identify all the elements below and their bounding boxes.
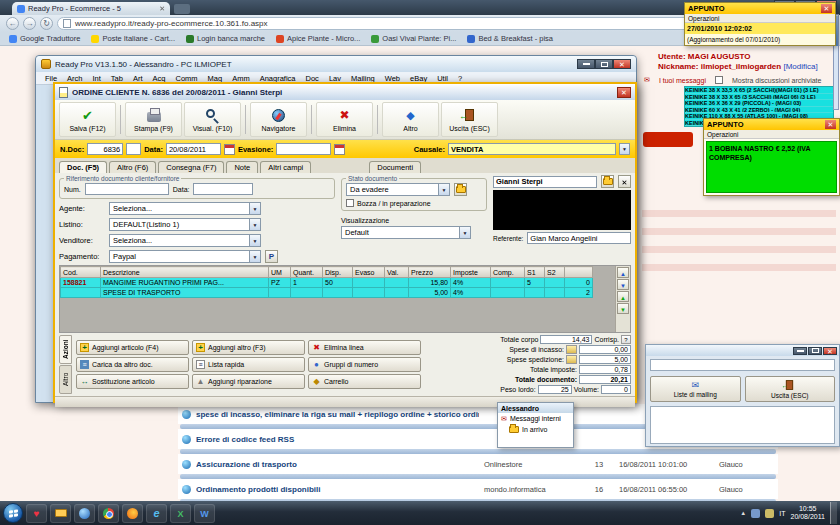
calendar-icon[interactable] [334,144,345,155]
tab-altro-vertical[interactable]: Altro [59,365,72,394]
help-button[interactable]: ? [621,335,631,344]
topic-title[interactable]: spese di incasso, eliminare la riga su m… [196,410,479,419]
date-field[interactable]: 20/08/2011 [166,143,221,155]
tab-azioni[interactable]: Azioni [59,335,72,364]
tab-altro[interactable]: Altro (F6) [109,161,156,173]
number-groups-button[interactable]: Gruppi di numero [308,357,421,372]
table-row[interactable]: 158821MANGIME RUGANTINO PRIMI PAG...PZ15… [61,278,593,288]
num-field[interactable] [85,183,169,195]
spese-spedizione-field[interactable]: 5,00 [579,355,631,364]
messages-panel-title[interactable]: Alessandro [498,403,573,413]
delete-line-button[interactable]: Elimina linea [308,340,421,355]
customer-folder-button[interactable] [601,175,614,188]
save-button[interactable]: Salva (F12) [59,102,116,137]
topic-title[interactable]: Assicurazione di trasporto [196,460,479,469]
doc-suffix-field[interactable] [126,143,141,155]
ndoc-field[interactable]: 6836 [87,143,123,155]
start-button[interactable] [3,503,23,523]
internal-messages-item[interactable]: Messaggi interni [498,413,573,424]
table-row[interactable]: SPESE DI TRASPORTO5,004%2 [61,288,593,298]
close-button[interactable] [821,4,832,13]
scroll-up-button[interactable] [617,291,629,302]
mailing-list-area[interactable] [650,406,835,444]
topic-title[interactable]: Ordinamento prodotti disponibili [196,485,479,494]
mailing-search-field[interactable] [650,359,835,371]
topic-title[interactable]: Errore di codice feed RSS [196,435,479,444]
close-button[interactable] [823,347,837,355]
my-messages-link[interactable]: I tuoi messaggi [659,77,706,84]
back-button[interactable] [6,17,19,30]
print-button[interactable]: Stampa (F9) [125,102,182,137]
tab-documenti[interactable]: Documenti [369,161,421,173]
operations-bar[interactable]: Operazioni [704,130,839,139]
cart-button[interactable]: Carrello [308,374,421,389]
tab-doc[interactable]: Doc. (F5) [59,161,107,173]
add-other-button[interactable]: Aggiungi altro (F3) [192,340,305,355]
peso-lordo-field[interactable]: 25 [538,385,572,394]
appunto-titlebar[interactable]: APPUNTO [704,119,839,130]
add-article-button[interactable]: Aggiungi articolo (F4) [76,340,189,355]
totale-documento-field[interactable]: 20,21 [579,375,631,384]
listino-select[interactable]: DEFAULT(Listino 1) [109,218,261,231]
navigator-button[interactable]: Navigatore [250,102,307,137]
new-tab-button[interactable] [174,4,190,14]
shipping-icon-button[interactable] [566,355,577,364]
topic-row[interactable]: Ordinamento prodotti disponibili mondo.i… [178,479,778,499]
bookmark-item[interactable]: Poste Italiane - Cart... [91,34,175,43]
mailing-window-titlebar[interactable] [646,345,839,356]
quick-list-button[interactable]: Lista rapida [192,357,305,372]
close-button[interactable] [613,59,631,69]
rif-data-field[interactable] [193,183,253,195]
show-desktop-button[interactable] [830,502,837,524]
taskbar-app-firefox[interactable] [122,504,143,523]
taskbar-app-heart[interactable] [26,504,47,523]
dialog-close-button[interactable] [617,87,631,98]
taskbar-app-explorer[interactable] [50,504,71,523]
maximize-button[interactable] [595,59,613,69]
customer-name-field[interactable]: Gianni Sterpi [493,176,597,188]
tab-altri-campi[interactable]: Altri campi [260,161,311,173]
tray-network-icon[interactable] [751,509,760,518]
bookmark-item[interactable]: Google Traduttore [9,34,80,43]
calendar-icon[interactable] [224,144,235,155]
referente-field[interactable]: Gian Marco Angelini [527,232,631,244]
customer-clear-button[interactable] [618,175,631,188]
tab-consegna[interactable]: Consegna (F7) [158,161,224,173]
visualizzazione-select[interactable]: Default [341,226,471,239]
stato-folder-button[interactable] [454,183,467,196]
minimize-button[interactable] [577,59,595,69]
scroll-down-button[interactable] [617,303,629,314]
minimize-button[interactable] [793,347,807,355]
tab-note[interactable]: Note [226,161,258,173]
replace-article-button[interactable]: Sostituzione articolo [76,374,189,389]
totale-corpo-field[interactable]: 14,43 [540,335,592,344]
taskbar-app-ie[interactable] [146,504,167,523]
volume-field[interactable]: 0 [601,385,631,394]
archived-checkbox[interactable] [715,76,723,84]
operations-bar[interactable]: Operazioni [685,14,835,23]
bookmark-item[interactable]: Bed & Breakfast - pisa [467,34,553,43]
mailing-lists-button[interactable]: Liste di mailing [650,376,741,402]
preview-button[interactable]: Visual. (F10) [184,102,241,137]
pagamento-select[interactable]: Paypal [109,250,261,263]
close-button[interactable] [825,120,836,129]
evasione-field[interactable] [276,143,331,155]
page-red-button[interactable] [643,132,693,147]
hidden-icons-button[interactable]: ▲ [740,510,746,516]
stato-select[interactable]: Da evadere [346,183,450,196]
other-button[interactable]: Altro [382,102,439,137]
bookmark-item[interactable]: Login banca marche [186,34,265,43]
appunto-titlebar[interactable]: APPUNTO [685,3,835,14]
tray-volume-icon[interactable] [765,509,774,518]
clock[interactable]: 10:5520/08/2011 [790,505,825,521]
venditore-select[interactable]: Seleziona... [109,234,261,247]
load-from-doc-button[interactable]: Carica da altro doc. [76,357,189,372]
bozza-checkbox[interactable] [346,199,354,207]
taskbar-app-word[interactable] [194,504,215,523]
add-repair-button[interactable]: Aggiungi riparazione [192,374,305,389]
exit-button[interactable]: Uscita (ESC) [745,376,836,402]
maximize-button[interactable] [808,347,822,355]
move-up-button[interactable] [617,267,629,278]
modify-link[interactable]: [Modifica] [783,62,817,71]
browser-tab[interactable]: Ready Pro - Ecommerce - 5 [12,2,170,15]
